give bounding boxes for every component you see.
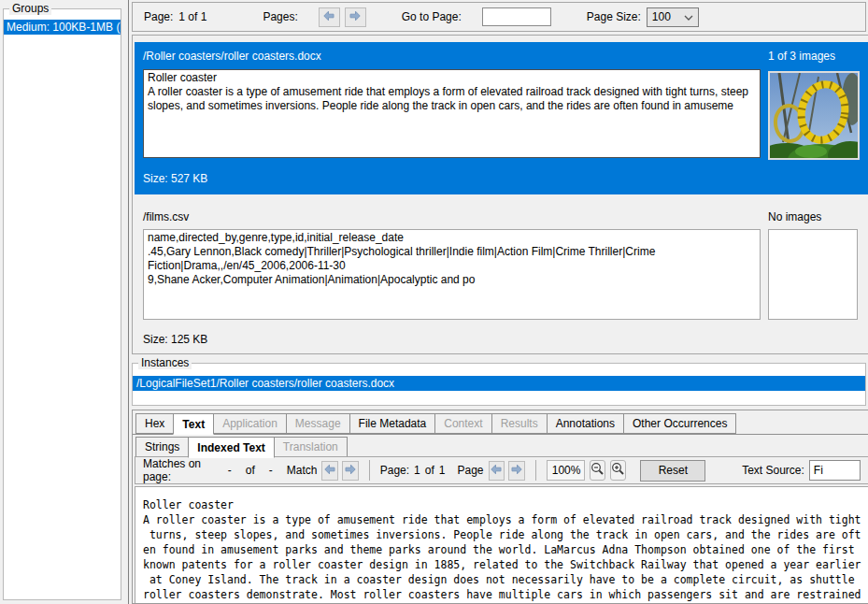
primary-tabstrip: Hex Text Application Message File Metada… — [133, 410, 868, 435]
matches-of-label: of — [246, 464, 255, 477]
tab-application: Application — [213, 413, 287, 434]
matches-label: Matches on page: — [143, 457, 210, 483]
text-preview-box: name,directed_by,genre,type,id,initial_r… — [143, 229, 761, 320]
groups-sidebar: Groups Medium: 100KB-1MB (2) — [0, 0, 124, 604]
zoom-out-button[interactable] — [590, 460, 605, 481]
file-path: /Roller coasters/roller coasters.docx — [143, 50, 321, 63]
match-label: Match — [287, 464, 318, 477]
preview-line: 9,Shane Acker,Computer Animation|Animati… — [148, 273, 756, 287]
zoom-level-value: 100% — [552, 464, 581, 477]
arrow-left-icon — [323, 463, 336, 479]
groups-groupbox: Groups Medium: 100KB-1MB (2) — [3, 8, 121, 600]
text-line: A roller coaster is a type of amusement … — [143, 512, 868, 527]
reset-button-label: Reset — [659, 464, 688, 477]
zoom-in-button[interactable] — [610, 460, 626, 481]
file-card-browser: /Roller coasters/roller coasters.docx 1 … — [132, 35, 868, 354]
zoom-level-field[interactable]: 100% — [547, 460, 586, 481]
group-item-label: Medium: 100KB-1MB (2) — [7, 21, 121, 34]
instances-section: Instances /LogicalFileSet1/Roller coaste… — [132, 363, 866, 406]
viewer-page-back-button[interactable] — [489, 461, 505, 481]
preview-line: Roller coaster — [148, 71, 756, 85]
text-line: roller coasters demonstrate. Most roller… — [143, 587, 868, 602]
preview-line: A roller coaster is a type of amusement … — [148, 85, 756, 113]
tab-file-metadata[interactable]: File Metadata — [349, 413, 436, 434]
tab-indexed-text[interactable]: Indexed Text — [188, 437, 274, 458]
arrow-left-icon — [322, 9, 335, 25]
instances-list: /LogicalFileSet1/Roller coasters/roller … — [133, 364, 865, 405]
tab-text[interactable]: Text — [173, 413, 214, 435]
reset-button[interactable]: Reset — [640, 460, 705, 482]
instance-item[interactable]: /LogicalFileSet1/Roller coasters/roller … — [133, 376, 865, 391]
instances-groupbox: Instances /LogicalFileSet1/Roller coaste… — [132, 363, 866, 406]
text-line: en found in amusement parks and theme pa… — [143, 542, 868, 557]
text-line: at Coney Island. The track in a coaster … — [143, 572, 868, 587]
match-previous-button[interactable] — [321, 461, 338, 481]
tab-results: Results — [491, 413, 548, 434]
viewer-page-current: 1 — [414, 464, 420, 477]
group-item-medium[interactable]: Medium: 100KB-1MB (2) — [4, 20, 121, 35]
file-path: /films.csv — [143, 210, 189, 223]
roller-coaster-thumbnail[interactable] — [768, 71, 860, 160]
viewer-page-nav-label: Page — [458, 464, 484, 477]
indexed-text-content[interactable]: Roller coaster A roller coaster is a typ… — [135, 486, 868, 604]
groups-label: Groups — [9, 2, 51, 15]
page-count-label: Page: — [144, 10, 173, 23]
pagination-toolbar: Page: 1 of 1 Pages: Go to Page: Page Siz… — [132, 2, 866, 32]
file-size-label: Size: 125 KB — [143, 333, 207, 346]
tab-strings[interactable]: Strings — [135, 437, 189, 457]
text-line: Roller coaster — [143, 497, 868, 512]
arrow-left-icon — [490, 463, 503, 479]
groups-list: Medium: 100KB-1MB (2) — [4, 9, 121, 599]
goto-page-label: Go to Page: — [402, 10, 462, 23]
arrow-right-icon — [510, 463, 523, 479]
page-size-select[interactable]: 100 — [647, 7, 699, 27]
tab-message: Message — [286, 413, 350, 434]
main-panel: Page: 1 of 1 Pages: Go to Page: Page Siz… — [128, 0, 868, 604]
text-source-value: Fi — [814, 464, 823, 477]
instance-item-label: /LogicalFileSet1/Roller coasters/roller … — [136, 377, 394, 390]
viewer-page-forward-button[interactable] — [508, 461, 525, 481]
pages-back-button[interactable] — [319, 7, 340, 27]
chevron-down-icon — [684, 10, 693, 23]
page-size-value: 100 — [652, 10, 671, 23]
tab-translation: Translation — [274, 437, 348, 457]
file-card-roller-coasters[interactable]: /Roller coasters/roller coasters.docx 1 … — [135, 42, 868, 194]
pages-label: Pages: — [263, 10, 297, 23]
secondary-tabstrip: Strings Indexed Text Translation — [133, 435, 868, 457]
tab-annotations[interactable]: Annotations — [547, 413, 624, 434]
viewer-page-total: 1 — [439, 464, 446, 477]
viewer-page-of: of — [425, 464, 434, 477]
text-source-select[interactable]: Fi — [809, 460, 861, 481]
match-next-button[interactable] — [342, 461, 359, 481]
text-line: turns, steep slopes, and sometimes inver… — [143, 527, 868, 542]
matches-total: - — [269, 464, 273, 477]
no-images-box — [768, 229, 858, 320]
arrow-right-icon — [349, 9, 362, 25]
preview-line: Fiction|Drama,,/en/45_2006,2006-11-30 — [148, 259, 756, 273]
images-count-label: 1 of 3 images — [768, 50, 835, 63]
text-line: known patents for a roller coaster desig… — [143, 557, 868, 572]
instances-label: Instances — [138, 356, 192, 369]
magnifier-minus-icon — [591, 462, 605, 479]
tab-context: Context — [434, 413, 491, 434]
text-source-label: Text Source: — [742, 464, 804, 477]
matches-current: - — [228, 464, 232, 477]
text-viewer-toolbar: Matches on page: - of - Match Page: 1 of… — [135, 456, 868, 484]
preview-line: name,directed_by,genre,type,id,initial_r… — [148, 231, 756, 245]
file-card-films-csv[interactable]: /films.csv No images name,directed_by,ge… — [135, 197, 868, 352]
page-size-label: Page Size: — [587, 10, 641, 23]
arrow-right-icon — [344, 463, 357, 479]
tab-other-occurrences[interactable]: Other Occurrences — [623, 413, 736, 434]
file-size-label: Size: 527 KB — [143, 172, 207, 185]
goto-page-input[interactable] — [482, 7, 551, 26]
content-viewer: Hex Text Application Message File Metada… — [132, 410, 868, 604]
page-count-value: 1 of 1 — [178, 10, 206, 23]
pages-forward-button[interactable] — [345, 7, 366, 27]
text-preview-box: Roller coaster A roller coaster is a typ… — [143, 69, 761, 158]
viewer-page-label: Page: — [380, 464, 409, 477]
preview-line: .45,Gary Lennon,Black comedy|Thriller|Ps… — [148, 245, 756, 259]
magnifier-plus-icon — [611, 462, 625, 479]
tab-hex[interactable]: Hex — [135, 413, 174, 434]
images-count-label: No images — [768, 210, 821, 223]
